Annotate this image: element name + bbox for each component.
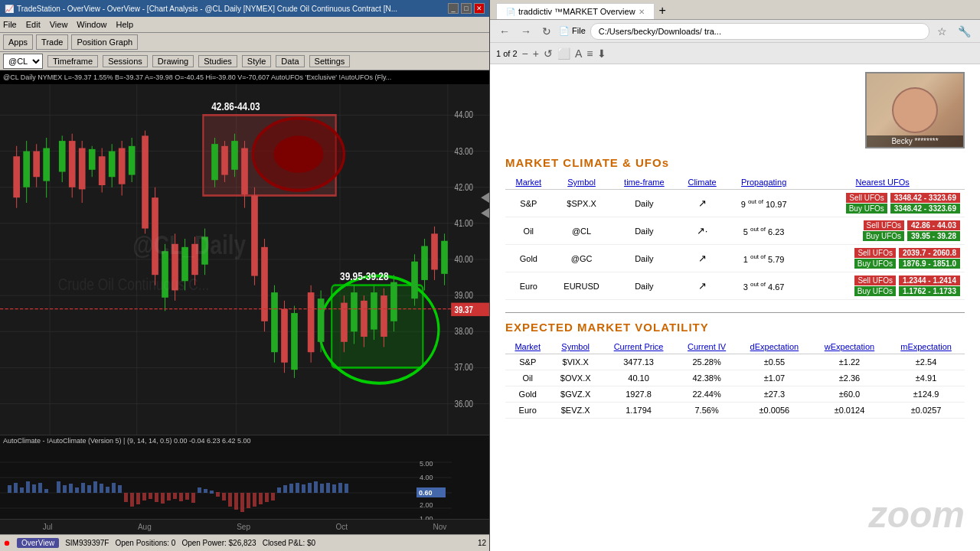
svg-rect-136	[75, 487, 79, 493]
chart-area[interactable]: 42.86-44.03	[0, 84, 489, 435]
svg-rect-169	[277, 487, 281, 493]
svg-rect-156	[198, 487, 201, 493]
section-divider	[505, 312, 965, 313]
record-icon: ⏺	[3, 539, 11, 547]
menu-edit[interactable]: Edit	[26, 20, 41, 29]
drawing-button[interactable]: Drawing	[152, 55, 194, 67]
symbol-dropdown[interactable]: @CL	[3, 54, 43, 69]
minimize-button[interactable]: _	[448, 3, 459, 14]
svg-rect-37	[129, 146, 136, 175]
svg-text:0.60: 0.60	[419, 489, 433, 497]
title-text: TradeStation - OverView - OverView - [Ch…	[17, 5, 397, 13]
vol-symbol-gold: $GVZ.X	[550, 386, 600, 403]
data-button[interactable]: Data	[276, 55, 304, 67]
svg-rect-65	[251, 195, 258, 276]
menu-view[interactable]: View	[50, 20, 68, 29]
title-bar: 📈 TradeStation - OverView - OverView - […	[0, 0, 489, 17]
vol-symbol-oil: $OVX.X	[550, 370, 600, 386]
col-symbol: Symbol	[552, 175, 612, 190]
tab-favicon: 📄	[506, 8, 515, 16]
price-info-text: @CL Daily NYMEX L=-39.37 1.55% B=-39.37 …	[3, 73, 391, 81]
svg-rect-25	[69, 141, 76, 187]
trade-button[interactable]: Trade	[36, 34, 68, 50]
rotate-button[interactable]: ↺	[544, 47, 553, 60]
bookmark-button[interactable]: ☆	[934, 24, 950, 39]
vol-iv-euro: 7.56%	[676, 403, 737, 419]
refresh-button[interactable]: ↻	[539, 24, 554, 39]
maximize-button[interactable]: □	[461, 3, 472, 14]
svg-rect-179	[338, 483, 342, 493]
style-button[interactable]: Style	[242, 55, 271, 67]
fit-page-button[interactable]: ⬜	[557, 47, 570, 60]
svg-text:2.00: 2.00	[420, 501, 433, 509]
browser-tab[interactable]: 📄 traddictiv ™MARKET Overview ✕	[496, 3, 655, 19]
menu-window[interactable]: Window	[77, 20, 106, 29]
settings-button[interactable]: Settings	[309, 55, 351, 67]
webcam-name: Becky ********	[867, 135, 963, 147]
svg-rect-173	[302, 484, 305, 493]
svg-rect-172	[296, 483, 299, 493]
table-row: Euro $EVZ.X 1.1794 7.56% ±0.0056 ±0.0124…	[505, 403, 965, 419]
volatility-table: Market Symbol Current Price Current IV d…	[505, 340, 965, 419]
svg-rect-67	[261, 247, 268, 321]
table-row: Oil @CL Daily ↗· 5 out of 6.23 Se	[505, 217, 965, 245]
svg-text:39.95-39.28: 39.95-39.28	[340, 270, 389, 283]
vol-col-market: Market	[505, 340, 550, 354]
vol-dexp-euro: ±0.0056	[737, 403, 812, 419]
vol-wexp-euro: ±0.0124	[812, 403, 887, 419]
market-gold: Gold	[505, 245, 552, 272]
menu-help[interactable]: Help	[116, 20, 133, 29]
download-button[interactable]: ⬇	[597, 47, 606, 60]
svg-text:44.00: 44.00	[455, 109, 473, 119]
section-volatility: EXPECTED MARKET VOLATILITY Market Symbol…	[505, 321, 965, 419]
menu-file[interactable]: File	[3, 20, 17, 29]
tab-close-button[interactable]: ✕	[639, 8, 645, 16]
sessions-button[interactable]: Sessions	[103, 55, 148, 67]
vol-price-euro: 1.1794	[601, 403, 676, 419]
extensions-button[interactable]: 🔧	[955, 24, 974, 39]
studies-button[interactable]: Studies	[198, 55, 237, 67]
close-button[interactable]: ✕	[474, 3, 485, 14]
content-header: Becky ********	[505, 72, 965, 148]
select-text-button[interactable]: A	[575, 47, 582, 60]
market-euro: Euro	[505, 272, 552, 300]
svg-rect-153	[179, 493, 183, 501]
svg-rect-167	[265, 493, 269, 502]
svg-rect-85	[361, 301, 368, 337]
account-id: SIM939397F	[65, 539, 109, 547]
clock: 12	[478, 539, 486, 547]
svg-rect-160	[222, 493, 226, 500]
symbol-oil: @CL	[552, 217, 612, 245]
apps-button[interactable]: Apps	[3, 34, 33, 50]
svg-rect-147	[142, 493, 146, 500]
page-prev-button[interactable]: −	[522, 47, 528, 60]
svg-point-77	[319, 276, 439, 383]
table-row: Euro EURUSD Daily ↗ 3 out of 4.67	[505, 272, 965, 300]
svg-rect-95	[411, 262, 418, 298]
climate-oil: ↗·	[677, 217, 727, 245]
propagating-oil: 5 out of 6.23	[727, 217, 801, 245]
svg-text:42.86-44.03: 42.86-44.03	[211, 99, 260, 112]
vol-symbol-euro: $EVZ.X	[550, 403, 600, 419]
date-sep: Sep	[237, 523, 250, 531]
position-graph-button[interactable]: Position Graph	[71, 34, 138, 50]
browser-content[interactable]: Becky ******** MARKET CLIMATE & UFOs Mar…	[490, 64, 980, 551]
svg-rect-145	[130, 493, 134, 507]
overview-tab[interactable]: OverView	[17, 538, 59, 548]
svg-text:@CL_Daily: @CL_Daily	[132, 230, 246, 260]
svg-rect-99	[431, 233, 438, 269]
page-next-button[interactable]: +	[533, 47, 539, 60]
svg-rect-164	[247, 493, 250, 508]
svg-rect-29	[89, 149, 96, 170]
symbol-sp: $SPX.X	[552, 190, 612, 217]
vol-mexp-sp: ±2.54	[887, 354, 965, 370]
ufos-oil: Sell UFOs 42.86 - 44.03 Buy UFOs 39.95 -…	[800, 217, 965, 245]
price-info-bar: @CL Daily NYMEX L=-39.37 1.55% B=-39.37 …	[0, 70, 489, 84]
url-input[interactable]	[590, 23, 929, 40]
back-button[interactable]: ←	[496, 24, 513, 39]
filter-button[interactable]: ≡	[586, 47, 593, 60]
new-tab-button[interactable]: +	[656, 4, 669, 18]
timeframe-button[interactable]: Timeframe	[47, 55, 98, 67]
timeframe-sp: Daily	[611, 190, 677, 217]
forward-button[interactable]: →	[518, 24, 534, 39]
